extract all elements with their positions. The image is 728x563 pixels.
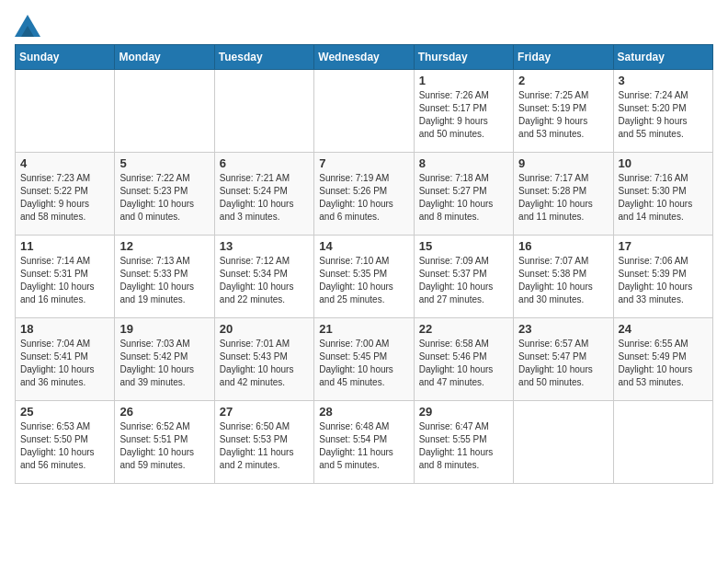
- calendar-cell: 17Sunrise: 7:06 AM Sunset: 5:39 PM Dayli…: [613, 236, 712, 318]
- day-number: 7: [319, 156, 408, 170]
- day-info: Sunrise: 7:26 AM Sunset: 5:17 PM Dayligh…: [419, 89, 508, 141]
- calendar-cell: [16, 70, 115, 153]
- day-info: Sunrise: 7:14 AM Sunset: 5:31 PM Dayligh…: [20, 255, 109, 306]
- day-info: Sunrise: 7:16 AM Sunset: 5:30 PM Dayligh…: [619, 172, 708, 224]
- page-header: [15, 15, 713, 37]
- day-info: Sunrise: 6:52 AM Sunset: 5:51 PM Dayligh…: [119, 420, 209, 472]
- day-number: 3: [619, 74, 708, 87]
- day-number: 4: [20, 156, 109, 170]
- calendar-cell: [115, 70, 214, 153]
- weekday-header-friday: Friday: [514, 45, 613, 70]
- day-number: 22: [419, 322, 508, 336]
- day-info: Sunrise: 7:03 AM Sunset: 5:42 PM Dayligh…: [119, 338, 209, 389]
- day-info: Sunrise: 7:19 AM Sunset: 5:26 PM Dayligh…: [319, 172, 408, 224]
- day-number: 14: [319, 239, 408, 253]
- day-info: Sunrise: 7:25 AM Sunset: 5:19 PM Dayligh…: [518, 89, 608, 141]
- calendar-cell: 2Sunrise: 7:25 AM Sunset: 5:19 PM Daylig…: [514, 70, 613, 153]
- day-number: 23: [518, 322, 608, 336]
- calendar-cell: 12Sunrise: 7:13 AM Sunset: 5:33 PM Dayli…: [115, 236, 214, 318]
- calendar-cell: 5Sunrise: 7:22 AM Sunset: 5:23 PM Daylig…: [115, 153, 214, 236]
- day-number: 20: [220, 322, 309, 336]
- calendar-cell: 6Sunrise: 7:21 AM Sunset: 5:24 PM Daylig…: [214, 153, 313, 236]
- calendar-week-2: 4Sunrise: 7:23 AM Sunset: 5:22 PM Daylig…: [16, 153, 713, 236]
- day-info: Sunrise: 6:47 AM Sunset: 5:55 PM Dayligh…: [419, 420, 508, 472]
- calendar-cell: 22Sunrise: 6:58 AM Sunset: 5:46 PM Dayli…: [414, 318, 513, 401]
- day-number: 2: [518, 74, 608, 87]
- day-number: 13: [220, 239, 309, 253]
- day-info: Sunrise: 7:22 AM Sunset: 5:23 PM Dayligh…: [119, 172, 209, 224]
- day-number: 9: [518, 156, 608, 170]
- calendar-cell: 10Sunrise: 7:16 AM Sunset: 5:30 PM Dayli…: [613, 153, 712, 236]
- calendar-cell: [613, 401, 712, 484]
- calendar-cell: 27Sunrise: 6:50 AM Sunset: 5:53 PM Dayli…: [214, 401, 313, 484]
- calendar-cell: 11Sunrise: 7:14 AM Sunset: 5:31 PM Dayli…: [16, 236, 115, 318]
- calendar-cell: [514, 401, 613, 484]
- day-number: 24: [619, 322, 708, 336]
- calendar-cell: 4Sunrise: 7:23 AM Sunset: 5:22 PM Daylig…: [16, 153, 115, 236]
- calendar-cell: [214, 70, 313, 153]
- day-info: Sunrise: 6:57 AM Sunset: 5:47 PM Dayligh…: [518, 338, 608, 389]
- day-info: Sunrise: 6:50 AM Sunset: 5:53 PM Dayligh…: [220, 420, 309, 472]
- day-number: 16: [518, 239, 608, 253]
- weekday-header-sunday: Sunday: [16, 45, 115, 70]
- calendar-cell: 18Sunrise: 7:04 AM Sunset: 5:41 PM Dayli…: [16, 318, 115, 401]
- day-info: Sunrise: 7:09 AM Sunset: 5:37 PM Dayligh…: [419, 255, 508, 306]
- calendar-week-4: 18Sunrise: 7:04 AM Sunset: 5:41 PM Dayli…: [16, 318, 713, 401]
- logo-icon: [15, 15, 40, 37]
- day-info: Sunrise: 7:13 AM Sunset: 5:33 PM Dayligh…: [119, 255, 209, 306]
- calendar-week-5: 25Sunrise: 6:53 AM Sunset: 5:50 PM Dayli…: [16, 401, 713, 484]
- day-info: Sunrise: 7:10 AM Sunset: 5:35 PM Dayligh…: [319, 255, 408, 306]
- day-number: 19: [119, 322, 209, 336]
- calendar-cell: 14Sunrise: 7:10 AM Sunset: 5:35 PM Dayli…: [314, 236, 414, 318]
- day-info: Sunrise: 7:06 AM Sunset: 5:39 PM Dayligh…: [619, 255, 708, 306]
- day-number: 8: [419, 156, 508, 170]
- day-info: Sunrise: 6:55 AM Sunset: 5:49 PM Dayligh…: [619, 338, 708, 389]
- day-number: 5: [119, 156, 209, 170]
- calendar-cell: 23Sunrise: 6:57 AM Sunset: 5:47 PM Dayli…: [514, 318, 613, 401]
- day-number: 11: [20, 239, 109, 253]
- day-number: 21: [319, 322, 408, 336]
- day-info: Sunrise: 7:12 AM Sunset: 5:34 PM Dayligh…: [220, 255, 309, 306]
- weekday-header-monday: Monday: [115, 45, 214, 70]
- day-number: 1: [419, 74, 508, 87]
- day-info: Sunrise: 7:21 AM Sunset: 5:24 PM Dayligh…: [220, 172, 309, 224]
- day-number: 18: [20, 322, 109, 336]
- day-info: Sunrise: 6:53 AM Sunset: 5:50 PM Dayligh…: [20, 420, 109, 472]
- weekday-header-row: SundayMondayTuesdayWednesdayThursdayFrid…: [16, 45, 713, 70]
- calendar-cell: 25Sunrise: 6:53 AM Sunset: 5:50 PM Dayli…: [16, 401, 115, 484]
- calendar-cell: 8Sunrise: 7:18 AM Sunset: 5:27 PM Daylig…: [414, 153, 513, 236]
- calendar-table: SundayMondayTuesdayWednesdayThursdayFrid…: [15, 44, 713, 484]
- calendar-cell: 29Sunrise: 6:47 AM Sunset: 5:55 PM Dayli…: [414, 401, 513, 484]
- day-number: 26: [119, 405, 209, 419]
- calendar-cell: 3Sunrise: 7:24 AM Sunset: 5:20 PM Daylig…: [613, 70, 712, 153]
- day-info: Sunrise: 7:17 AM Sunset: 5:28 PM Dayligh…: [518, 172, 608, 224]
- day-info: Sunrise: 7:00 AM Sunset: 5:45 PM Dayligh…: [319, 338, 408, 389]
- calendar-cell: 16Sunrise: 7:07 AM Sunset: 5:38 PM Dayli…: [514, 236, 613, 318]
- day-info: Sunrise: 6:58 AM Sunset: 5:46 PM Dayligh…: [419, 338, 508, 389]
- calendar-cell: 9Sunrise: 7:17 AM Sunset: 5:28 PM Daylig…: [514, 153, 613, 236]
- calendar-cell: 1Sunrise: 7:26 AM Sunset: 5:17 PM Daylig…: [414, 70, 513, 153]
- calendar-cell: 13Sunrise: 7:12 AM Sunset: 5:34 PM Dayli…: [214, 236, 313, 318]
- day-number: 25: [20, 405, 109, 419]
- day-number: 6: [220, 156, 309, 170]
- calendar-cell: 24Sunrise: 6:55 AM Sunset: 5:49 PM Dayli…: [613, 318, 712, 401]
- calendar-cell: 7Sunrise: 7:19 AM Sunset: 5:26 PM Daylig…: [314, 153, 414, 236]
- day-info: Sunrise: 7:07 AM Sunset: 5:38 PM Dayligh…: [518, 255, 608, 306]
- weekday-header-saturday: Saturday: [613, 45, 712, 70]
- weekday-header-tuesday: Tuesday: [214, 45, 313, 70]
- day-number: 29: [419, 405, 508, 419]
- calendar-cell: [314, 70, 414, 153]
- day-number: 15: [419, 239, 508, 253]
- calendar-cell: 21Sunrise: 7:00 AM Sunset: 5:45 PM Dayli…: [314, 318, 414, 401]
- day-info: Sunrise: 7:04 AM Sunset: 5:41 PM Dayligh…: [20, 338, 109, 389]
- day-info: Sunrise: 7:24 AM Sunset: 5:20 PM Dayligh…: [619, 89, 708, 141]
- calendar-week-3: 11Sunrise: 7:14 AM Sunset: 5:31 PM Dayli…: [16, 236, 713, 318]
- day-number: 28: [319, 405, 408, 419]
- day-info: Sunrise: 7:23 AM Sunset: 5:22 PM Dayligh…: [20, 172, 109, 224]
- calendar-cell: 20Sunrise: 7:01 AM Sunset: 5:43 PM Dayli…: [214, 318, 313, 401]
- calendar-cell: 15Sunrise: 7:09 AM Sunset: 5:37 PM Dayli…: [414, 236, 513, 318]
- calendar-week-1: 1Sunrise: 7:26 AM Sunset: 5:17 PM Daylig…: [16, 70, 713, 153]
- day-number: 12: [119, 239, 209, 253]
- day-number: 17: [619, 239, 708, 253]
- calendar-cell: 26Sunrise: 6:52 AM Sunset: 5:51 PM Dayli…: [115, 401, 214, 484]
